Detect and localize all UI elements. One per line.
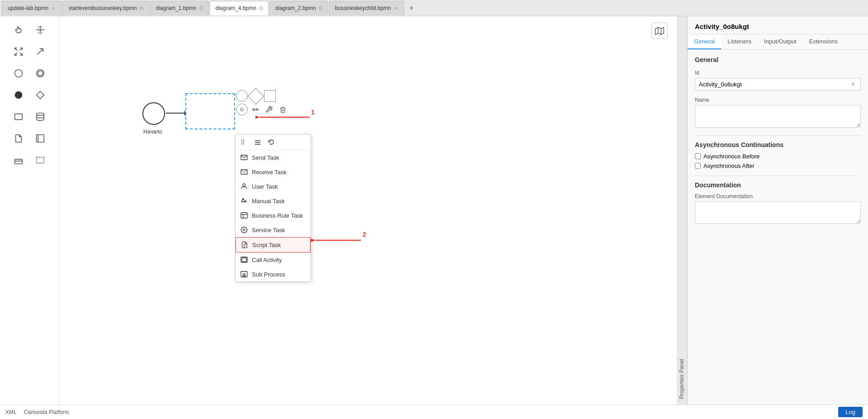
- svg-point-9: [14, 91, 22, 99]
- bottom-rect-tool[interactable]: [9, 151, 28, 169]
- crosshair-tool[interactable]: [31, 21, 49, 39]
- tab-startevents[interactable]: starteventbussineskey.bpmn: [63, 1, 149, 15]
- svg-point-21: [253, 109, 255, 110]
- start-event[interactable]: [142, 102, 165, 125]
- tab-close[interactable]: ×: [394, 5, 398, 11]
- task-element[interactable]: [185, 93, 235, 129]
- tab-label: bussineskeychild.bpmn: [335, 5, 391, 11]
- toolbar-row-1: [9, 21, 49, 39]
- tab-diagram1[interactable]: diagram_1.bpmn: [150, 1, 209, 15]
- id-input-field[interactable]: [699, 81, 849, 88]
- tab-listeners[interactable]: Listeners: [721, 34, 758, 49]
- platform-label: Camunda Platform: [24, 409, 69, 415]
- menu-item-label: Service Task: [252, 227, 285, 233]
- menu-item-label: Script Task: [252, 242, 281, 248]
- bottom-bar: XML Camunda Platform Log: [0, 405, 868, 419]
- menu-item-receive-task[interactable]: Receive Task: [236, 165, 311, 179]
- rect-tool[interactable]: [9, 108, 28, 126]
- tab-label: diagram_4.bpmn: [216, 5, 256, 11]
- log-button[interactable]: Log: [838, 407, 863, 417]
- filled-circle-tool[interactable]: [9, 86, 28, 104]
- tab-update-lab[interactable]: update-lab.bpmn ×: [2, 1, 62, 15]
- properties-panel-tab[interactable]: Properties Panel: [677, 16, 687, 405]
- task-shape-icon[interactable]: [264, 90, 276, 102]
- tab-extensions[interactable]: Extensions: [803, 34, 844, 49]
- svg-point-40: [243, 229, 245, 231]
- menu-item-manual-task[interactable]: Manual Task: [236, 194, 311, 208]
- storage-tool[interactable]: [31, 108, 49, 126]
- id-input-clear[interactable]: ×: [849, 81, 857, 88]
- general-section-title: General: [695, 56, 861, 63]
- svg-point-8: [38, 71, 42, 76]
- annotation-arrow-2: [311, 233, 365, 247]
- shape-icons-row: [236, 90, 288, 103]
- context-menu-toolbar: [236, 134, 311, 150]
- event-inner-icon[interactable]: [236, 104, 248, 115]
- circle-tool[interactable]: [9, 64, 28, 82]
- tab-input-output[interactable]: Input/Output: [758, 34, 803, 49]
- doc-section-title: Documentation: [695, 181, 861, 189]
- bars-icon[interactable]: [239, 137, 249, 147]
- event-shape-icon[interactable]: [236, 90, 248, 102]
- tab-dot: [140, 6, 143, 10]
- svg-rect-15: [14, 159, 22, 164]
- panel-tabs: General Listeners Input/Output Extension…: [688, 34, 868, 50]
- add-tab-button[interactable]: +: [405, 2, 418, 14]
- xml-label[interactable]: XML: [5, 409, 17, 415]
- canvas-area[interactable]: Начало: [59, 16, 677, 405]
- undo-icon[interactable]: [266, 137, 276, 147]
- toolbar-row-5: [9, 108, 49, 126]
- menu-item-call-activity[interactable]: Call Activity: [236, 252, 311, 267]
- svg-line-4: [38, 33, 39, 33]
- async-after-checkbox[interactable]: [695, 163, 701, 169]
- gateway-shape-icon[interactable]: [248, 88, 264, 105]
- async-before-checkbox[interactable]: [695, 153, 701, 159]
- call-activity-icon: [240, 256, 248, 264]
- menu-item-send-task[interactable]: Send Task: [236, 150, 311, 165]
- name-textarea[interactable]: [695, 105, 861, 128]
- divider-2: [695, 176, 861, 176]
- swimlane-tool[interactable]: [31, 129, 49, 148]
- toolbar-row-3: [9, 64, 49, 82]
- menu-item-business-rule-task[interactable]: Business Rule Task: [236, 208, 311, 223]
- svg-marker-10: [36, 91, 44, 99]
- menu-item-label: Manual Task: [252, 198, 285, 205]
- minimap-icon[interactable]: [651, 23, 668, 39]
- async-section-title: Asynchronous Continuations: [695, 141, 861, 148]
- hand-tool[interactable]: [9, 21, 28, 39]
- async-before-row: Asynchronous Before: [695, 153, 861, 160]
- async-before-label: Asynchronous Before: [703, 153, 760, 160]
- menu-item-sub-process[interactable]: Sub Process: [236, 267, 311, 281]
- tab-bussineskeychild[interactable]: bussineskeychild.bpmn ×: [329, 1, 405, 15]
- tab-close[interactable]: ×: [51, 5, 56, 11]
- async-after-label: Asynchronous After: [703, 162, 755, 169]
- menu-item-service-task[interactable]: Service Task: [236, 223, 311, 237]
- arrow-tool[interactable]: [31, 43, 49, 61]
- id-input[interactable]: ×: [695, 78, 861, 90]
- menu-item-user-task[interactable]: User Task: [236, 179, 311, 194]
- dashed-rect-tool[interactable]: [31, 151, 49, 169]
- doc-textarea[interactable]: [695, 201, 861, 224]
- general-section: General: [695, 56, 861, 63]
- svg-rect-47: [243, 275, 245, 276]
- id-field: Id ×: [695, 70, 861, 90]
- page-tool[interactable]: [9, 129, 28, 148]
- tab-diagram2[interactable]: diagram_2.bpmn: [269, 1, 328, 15]
- menu-item-label: Send Task: [252, 154, 279, 161]
- sequence-flow-line: [166, 113, 186, 114]
- svg-rect-37: [241, 213, 247, 218]
- list-icon[interactable]: [253, 137, 263, 147]
- tab-diagram4[interactable]: diagram_4.bpmn: [210, 1, 269, 15]
- annotation-number-2: 2: [363, 231, 366, 238]
- doc-section: Documentation Element Documentation: [695, 181, 861, 225]
- svg-line-5: [41, 33, 42, 33]
- diamond-tool[interactable]: [31, 86, 49, 104]
- tab-general[interactable]: General: [688, 34, 721, 49]
- toolbar-row-6: [9, 129, 49, 148]
- menu-item-script-task[interactable]: Script Task: [236, 237, 311, 252]
- tab-dot: [199, 6, 203, 10]
- resize-tool[interactable]: [9, 43, 28, 61]
- main-area: Начало: [0, 16, 868, 405]
- manual-task-icon: [240, 197, 248, 205]
- double-circle-tool[interactable]: [31, 64, 49, 82]
